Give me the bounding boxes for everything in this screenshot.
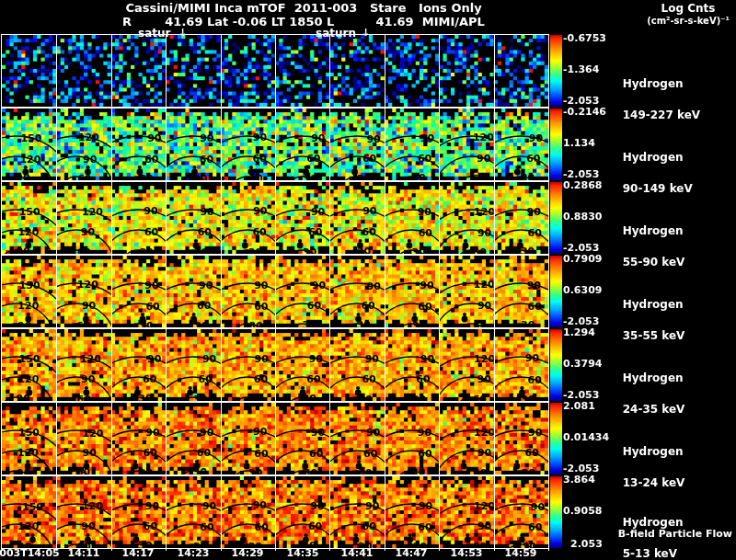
energy-label: 55-90 keV [623,256,685,269]
colorbar [550,329,562,401]
colorbar [550,403,562,474]
energy-label: 24-35 keV [623,403,685,416]
species-label: Hydrogen [623,224,684,237]
colorbar [550,109,562,180]
plot-title: Cassini/MIMI Inca mTOF 2011-003 Stare Io… [0,1,607,15]
row-label: Hydrogen 55-90 keV [607,208,731,286]
species-label: Hydrogen [623,298,684,311]
row-label: Hydrogen 13-24 keV [607,429,731,507]
colorbar-max-label: 0.7909 [563,253,627,265]
colorbar-title: Log Cnts [644,2,732,15]
colorbar [550,476,562,548]
colorbar-max-label: 3.864 [563,474,627,486]
saturn-marker-label: saturn [316,27,356,40]
colorbar [550,35,562,107]
energy-label: 90-149 keV [623,182,693,195]
saturn-marker-label: satur [138,27,170,40]
colorbar [550,182,562,254]
time-axis-label: 14:59 [484,547,558,559]
energy-label: 13-24 keV [623,476,685,489]
species-label: Hydrogen [623,516,684,529]
bfield-annotation: B-field Particle Flow [589,528,732,540]
species-label: Hydrogen [623,151,684,164]
energy-label: 5-13 keV [623,547,677,560]
colorbar-max-label: -0.2146 [563,106,627,118]
energy-label: 149-227 keV [623,109,700,121]
colorbar [550,256,562,327]
saturn-marker-arrow-icon: ↓ [362,27,370,39]
row-label: Hydrogen 35-55 keV [607,281,731,360]
colorbar-units: (cm²-sr-s-keV)⁻¹ [642,16,734,26]
saturn-marker-arrow-icon: ↓ [178,27,187,39]
colorbar-max-label: 1.294 [563,326,627,338]
species-label: Hydrogen [623,371,684,384]
species-label: Hydrogen [623,77,684,90]
colorbar-max-label: -0.6753 [563,32,627,44]
plot-subtitle: R 41.69 Lat -0.06 LT 1850 L 41.69 MIMI/A… [0,15,607,29]
plot-root: Cassini/MIMI Inca mTOF 2011-003 Stare Io… [0,0,736,560]
row-label: Hydrogen 90-149 keV [607,134,731,212]
species-label: Hydrogen [623,445,684,458]
row-label: Hydrogen 149-227 keV [607,61,731,139]
colorbar-max-label: 0.2868 [563,179,627,191]
colorbar-max-label: 2.081 [563,400,627,412]
row-label: Hydrogen 24-35 keV [607,355,731,433]
energy-label: 35-55 keV [623,329,685,342]
